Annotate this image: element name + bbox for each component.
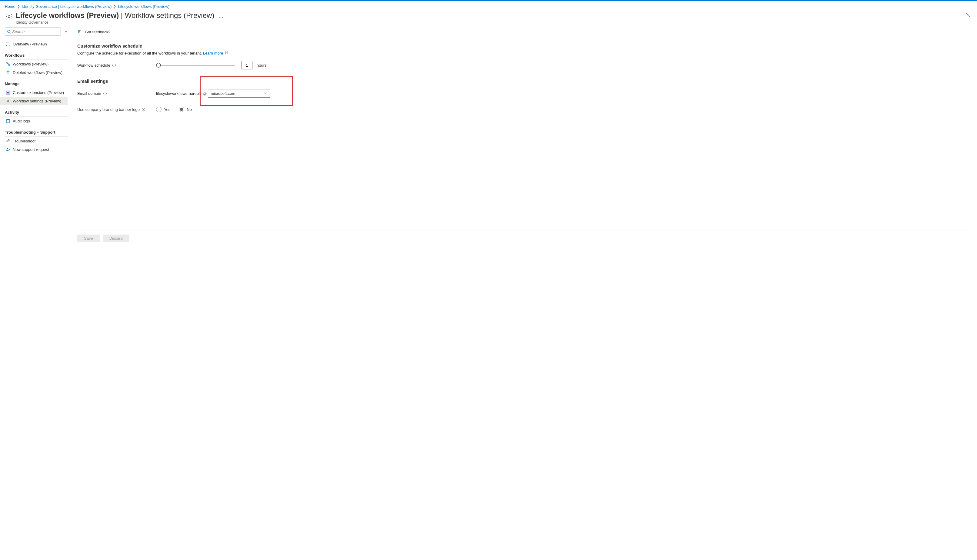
dropdown-value: microsoft.com bbox=[211, 91, 235, 96]
schedule-slider[interactable] bbox=[156, 62, 235, 68]
sidebar-item-workflows[interactable]: Workflows (Preview) bbox=[5, 60, 68, 68]
branding-radio-group: Yes No bbox=[156, 107, 200, 112]
schedule-unit: hours bbox=[257, 63, 267, 68]
learn-more-link[interactable]: Learn more bbox=[203, 51, 223, 55]
svg-point-6 bbox=[7, 100, 8, 102]
support-icon bbox=[5, 147, 10, 152]
page-title: Lifecycle workflows (Preview) | Workflow… bbox=[16, 11, 214, 20]
sidebar-item-custom-extensions[interactable]: Custom extensions (Preview) bbox=[5, 88, 68, 97]
radio-no[interactable]: No bbox=[179, 107, 192, 112]
divider bbox=[77, 39, 970, 39]
sidebar-group-workflows: Workflows bbox=[5, 51, 68, 60]
radio-label: Yes bbox=[164, 107, 170, 112]
page-subtitle: Identity Governance bbox=[16, 20, 214, 25]
log-icon bbox=[5, 118, 10, 123]
section-title-email: Email settings bbox=[77, 78, 970, 83]
feedback-button[interactable]: Got feedback? bbox=[77, 29, 111, 35]
breadcrumb-home[interactable]: Home bbox=[5, 4, 15, 9]
radio-yes[interactable]: Yes bbox=[156, 107, 170, 112]
chevron-right-icon: ❯ bbox=[113, 5, 116, 8]
main-content: Got feedback? Customize workflow schedul… bbox=[72, 28, 977, 246]
save-button[interactable]: Save bbox=[77, 235, 100, 242]
trash-icon bbox=[5, 70, 10, 75]
info-icon[interactable] bbox=[103, 92, 107, 95]
discard-button[interactable]: Discard bbox=[103, 235, 129, 242]
section-title-schedule: Customize workflow schedule bbox=[77, 43, 970, 48]
info-icon[interactable] bbox=[142, 108, 145, 112]
sidebar-item-label: Workflow settings (Preview) bbox=[13, 99, 61, 103]
sidebar-item-troubleshoot[interactable]: Troubleshoot bbox=[5, 137, 68, 145]
search-icon bbox=[7, 30, 11, 33]
at-symbol: @ bbox=[203, 91, 207, 96]
footer-actions: Save Discard bbox=[77, 231, 970, 246]
slider-thumb[interactable] bbox=[156, 63, 161, 68]
info-icon[interactable] bbox=[112, 63, 116, 67]
search-input[interactable] bbox=[12, 29, 63, 34]
sidebar-group-activity: Activity bbox=[5, 108, 68, 117]
sidebar-item-workflow-settings[interactable]: Workflow settings (Preview) bbox=[0, 97, 68, 105]
svg-point-10 bbox=[78, 30, 80, 32]
email-prefix: lifecycleworkflows-noreply bbox=[156, 91, 202, 96]
page-header: Lifecycle workflows (Preview) | Workflow… bbox=[0, 11, 977, 28]
chevron-right-icon: ❯ bbox=[17, 5, 20, 8]
feedback-icon bbox=[77, 29, 82, 35]
radio-label: No bbox=[187, 107, 192, 112]
sidebar-search[interactable] bbox=[5, 28, 61, 35]
close-icon[interactable] bbox=[966, 13, 970, 17]
breadcrumb-identity-governance[interactable]: Identity Governance | Lifecycle workflow… bbox=[22, 4, 112, 9]
svg-point-9 bbox=[7, 148, 8, 149]
sidebar-item-audit-logs[interactable]: Audit logs bbox=[5, 117, 68, 125]
svg-point-0 bbox=[8, 16, 10, 18]
radio-circle bbox=[156, 107, 162, 112]
section-desc-schedule: Configure the schedule for execution of … bbox=[77, 51, 970, 55]
email-domain-dropdown[interactable]: microsoft.com bbox=[208, 89, 270, 98]
sidebar: « Overview (Preview) Workflows Workflows… bbox=[0, 28, 72, 246]
toolbar: Got feedback? bbox=[77, 28, 970, 39]
slider-track bbox=[156, 65, 235, 66]
svg-rect-2 bbox=[6, 62, 7, 63]
row-workflow-schedule: Workflow schedule hours bbox=[77, 61, 970, 69]
feedback-label: Got feedback? bbox=[85, 30, 111, 34]
overview-icon bbox=[5, 42, 10, 47]
label-company-branding: Use company branding banner logo bbox=[77, 107, 156, 112]
radio-circle bbox=[179, 107, 184, 112]
sidebar-item-label: Overview (Preview) bbox=[13, 42, 47, 47]
extension-icon bbox=[5, 90, 10, 95]
breadcrumb: Home ❯ Identity Governance | Lifecycle w… bbox=[0, 1, 977, 11]
row-email-domain: Email domain lifecycleworkflows-noreply … bbox=[77, 89, 970, 98]
sidebar-item-new-support-request[interactable]: New support request bbox=[5, 145, 68, 153]
workflow-icon bbox=[5, 62, 10, 67]
sidebar-group-manage: Manage bbox=[5, 80, 68, 88]
gear-icon bbox=[5, 98, 10, 103]
chevron-down-icon bbox=[263, 92, 267, 95]
schedule-hours-input[interactable] bbox=[242, 61, 252, 69]
breadcrumb-lifecycle-workflows[interactable]: Lifecycle workflows (Preview) bbox=[118, 4, 169, 9]
more-icon[interactable]: ⋯ bbox=[218, 14, 223, 20]
sidebar-item-label: Audit logs bbox=[13, 119, 30, 123]
sidebar-item-label: New support request bbox=[13, 147, 49, 152]
external-link-icon bbox=[224, 52, 228, 55]
svg-rect-5 bbox=[7, 92, 9, 93]
sidebar-item-deleted-workflows[interactable]: Deleted workflows (Preview) bbox=[5, 68, 68, 77]
sidebar-item-label: Custom extensions (Preview) bbox=[13, 90, 64, 95]
gear-icon bbox=[5, 12, 13, 21]
svg-rect-8 bbox=[7, 119, 9, 120]
label-email-domain: Email domain bbox=[77, 91, 156, 96]
collapse-sidebar-icon[interactable]: « bbox=[65, 29, 67, 33]
sidebar-item-overview[interactable]: Overview (Preview) bbox=[5, 40, 68, 48]
sidebar-item-label: Troubleshoot bbox=[13, 139, 35, 143]
sidebar-item-label: Workflows (Preview) bbox=[13, 62, 48, 67]
wrench-icon bbox=[5, 138, 10, 143]
label-workflow-schedule: Workflow schedule bbox=[77, 63, 156, 68]
sidebar-group-troubleshoot: Troubleshooting + Support bbox=[5, 128, 68, 137]
sidebar-item-label: Deleted workflows (Preview) bbox=[13, 70, 62, 75]
svg-point-1 bbox=[8, 30, 10, 32]
row-company-branding: Use company branding banner logo Yes No bbox=[77, 107, 970, 112]
